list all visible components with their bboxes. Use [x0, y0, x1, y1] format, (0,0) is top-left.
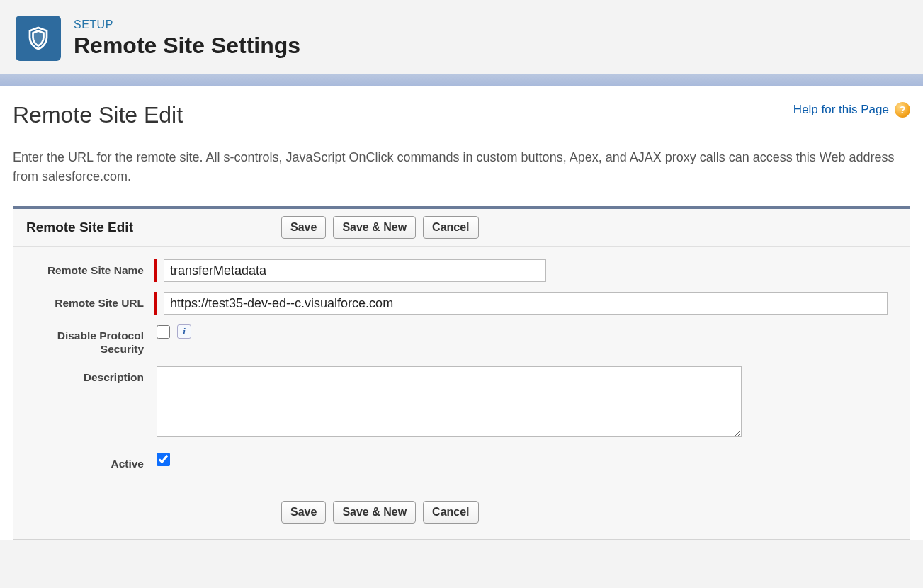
description-textarea[interactable]	[157, 366, 742, 437]
remote-site-name-label: Remote Site Name	[26, 259, 154, 277]
page-title: Remote Site Edit	[13, 102, 183, 128]
remote-site-name-input[interactable]	[164, 259, 546, 282]
disable-protocol-security-label: Disable Protocol Security	[26, 324, 154, 356]
help-link[interactable]: Help for this Page ?	[793, 102, 910, 118]
save-button[interactable]: Save	[281, 216, 326, 239]
cancel-button-bottom[interactable]: Cancel	[423, 501, 478, 524]
help-link-label: Help for this Page	[793, 103, 889, 117]
disable-protocol-security-checkbox[interactable]	[157, 325, 170, 339]
required-indicator	[154, 292, 157, 315]
page-description: Enter the URL for the remote site. All s…	[13, 148, 905, 186]
setup-header: SETUP Remote Site Settings	[0, 0, 923, 74]
help-icon: ?	[895, 102, 910, 118]
active-label: Active	[26, 453, 154, 470]
remote-site-edit-panel: Remote Site Edit Save Save & New Cancel …	[13, 206, 910, 540]
active-checkbox[interactable]	[157, 453, 170, 466]
required-indicator	[154, 259, 157, 282]
setup-eyebrow: SETUP	[74, 18, 300, 31]
remote-site-url-input[interactable]	[164, 292, 888, 315]
save-and-new-button-bottom[interactable]: Save & New	[333, 501, 416, 524]
setup-title: Remote Site Settings	[74, 33, 300, 59]
shield-icon	[16, 16, 61, 61]
description-label: Description	[26, 366, 154, 384]
decorative-strip	[0, 74, 923, 86]
save-button-bottom[interactable]: Save	[281, 501, 326, 524]
panel-title: Remote Site Edit	[26, 220, 267, 235]
info-icon[interactable]: i	[177, 324, 191, 339]
remote-site-url-label: Remote Site URL	[26, 292, 154, 310]
save-and-new-button[interactable]: Save & New	[333, 216, 416, 239]
cancel-button[interactable]: Cancel	[423, 216, 478, 239]
